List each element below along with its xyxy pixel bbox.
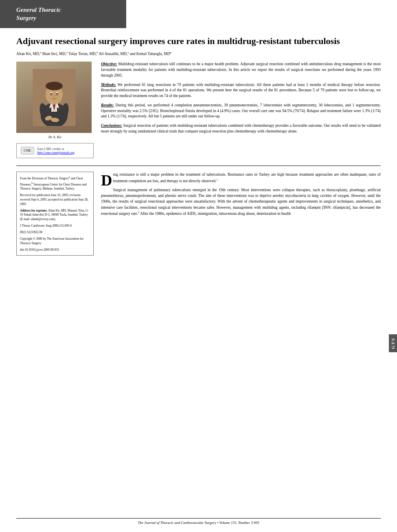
authors: Altan Kir, MD,a Ilhan Inci, MD,a Tulay T… <box>16 51 381 56</box>
abstract-methods: Methods: We performed 81 lung resections… <box>101 82 381 99</box>
svg-point-5 <box>46 82 63 90</box>
article-title: Adjuvant resectional surgery improves cu… <box>16 35 381 47</box>
results-label: Results: <box>101 103 114 107</box>
drop-cap-d: D <box>101 172 112 188</box>
journal-ref: J Thorac Cardiovasc Surg 2006;131:693-6 <box>20 224 90 228</box>
cme-url[interactable]: http://cme.ctsnetjournals.org <box>37 151 75 155</box>
main-content: Adjuvant resectional surgery improves cu… <box>0 35 397 256</box>
person-illustration <box>30 69 79 126</box>
abstract-objective: Objective: Multidrug-resistant tuberculo… <box>101 62 381 78</box>
footer-text: The Journal of Thoracic and Cardiovascul… <box>138 521 259 525</box>
section-label-line2: Surgery <box>16 15 36 21</box>
abstract-conclusions: Conclusions: Surgical resection of patie… <box>101 123 381 135</box>
page-footer: The Journal of Thoracic and Cardiovascul… <box>16 518 381 525</box>
section-label-line1: General Thoracic <box>16 7 61 13</box>
affiliations-box: From the Divisions of Thoracic Surgerya … <box>16 172 94 255</box>
results-text: During this period, we performed 4 compl… <box>101 103 381 119</box>
gts-side-label: GTS <box>389 334 397 352</box>
cme-text-line1: Earn CME credits at <box>37 147 64 151</box>
objective-text: Multidrug-resistant tuberculosis still c… <box>101 62 381 77</box>
affiliation-institution: From the Divisions of Thoracic Surgerya … <box>20 175 90 191</box>
svg-point-11 <box>56 93 58 94</box>
methods-text: We performed 81 lung resections in 79 pa… <box>101 83 381 98</box>
author-photo <box>16 62 92 133</box>
header-section: General Thoracic Surgery <box>0 0 397 28</box>
conclusions-label: Conclusions: <box>101 124 122 128</box>
photo-caption: Dr A. Kir <box>16 135 94 139</box>
svg-point-10 <box>50 93 52 94</box>
affiliations-column: From the Divisions of Thoracic Surgerya … <box>16 172 94 255</box>
cme-text: Earn CME credits at http://cme.ctsnetjou… <box>37 147 75 155</box>
objective-label: Objective: <box>101 62 117 66</box>
section-label: General Thoracic Surgery <box>0 0 126 28</box>
abstract-results: Results: During this period, we performe… <box>101 103 381 119</box>
address-for-reprints: Address for reprints: Altan Kir, MD, Man… <box>20 209 90 222</box>
issn: 0022-5223/$32.00 <box>20 230 90 235</box>
paragraph-1: Drug resistance is still a major problem… <box>101 172 381 184</box>
cme-box: CME Earn CME credits at http://cme.ctsne… <box>16 143 94 158</box>
author-names: Altan Kir, MD,a Ilhan Inci, MD,a Tulay T… <box>16 52 171 56</box>
photo-placeholder <box>16 62 92 133</box>
body-area: From the Divisions of Thoracic Surgerya … <box>16 172 381 255</box>
paragraph-1-text: rug resistance is still a major problem … <box>113 172 381 183</box>
methods-label: Methods: <box>101 83 116 87</box>
copyright: Copyright © 2006 by The American Associa… <box>20 237 90 246</box>
body-text: Drug resistance is still a major problem… <box>101 172 381 216</box>
body-text-column: Drug resistance is still a major problem… <box>101 172 381 255</box>
right-column: Objective: Multidrug-resistant tuberculo… <box>101 62 381 158</box>
conclusions-text: Surgical resection of patients with mult… <box>101 124 381 133</box>
doi: doi:10.1016/j.jtcvs.2005.09.033 <box>20 248 90 252</box>
left-column: Dr A. Kir CME Earn CME credits at http:/… <box>16 62 94 158</box>
paragraph-2: Surgical management of pulmonary tubercu… <box>101 187 381 216</box>
received-dates: Received for publication June 16, 2005; … <box>20 193 90 207</box>
abstract-area: Dr A. Kir CME Earn CME credits at http:/… <box>16 62 381 158</box>
cme-badge: CME <box>21 147 34 155</box>
section-divider <box>16 166 381 166</box>
svg-point-12 <box>53 95 55 97</box>
